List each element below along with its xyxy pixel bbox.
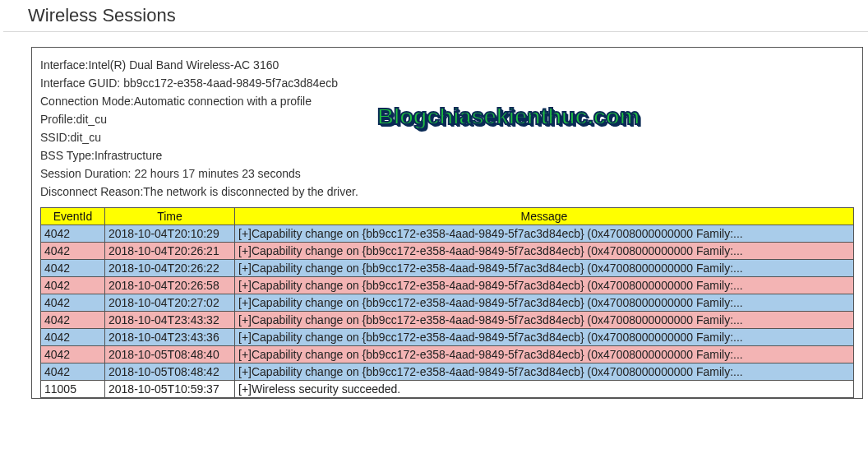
- guid-value: bb9cc172-e358-4aad-9849-5f7ac3d84ecb: [123, 76, 338, 90]
- disc-label: Disconnect Reason:: [40, 185, 143, 198]
- conn-mode-value: Automatic connection with a profile: [134, 95, 312, 108]
- cell-message: [+]Capability change on {bb9cc172-e358-4…: [235, 243, 854, 260]
- conn-mode-label: Connection Mode:: [40, 95, 134, 108]
- guid-label: Interface GUID:: [40, 76, 123, 90]
- cell-message: [+]Capability change on {bb9cc172-e358-4…: [235, 260, 854, 277]
- meta-ssid: SSID:dit_cu: [40, 128, 854, 146]
- table-row[interactable]: 40422018-10-04T23:43:32[+]Capability cha…: [41, 312, 854, 329]
- col-message[interactable]: Message: [235, 208, 854, 225]
- table-row[interactable]: 40422018-10-04T20:27:02[+]Capability cha…: [41, 294, 854, 312]
- table-row[interactable]: 40422018-10-05T08:48:40[+]Capability cha…: [41, 346, 854, 363]
- cell-eventid: 4042: [41, 243, 105, 260]
- cell-message: [+]Capability change on {bb9cc172-e358-4…: [235, 312, 854, 329]
- cell-time: 2018-10-05T10:59:37: [105, 381, 235, 398]
- cell-eventid: 4042: [41, 329, 105, 346]
- table-row[interactable]: 40422018-10-04T20:26:21[+]Capability cha…: [41, 243, 854, 260]
- duration-value: 22 hours 17 minutes 23 seconds: [134, 167, 300, 180]
- ssid-value: dit_cu: [71, 131, 101, 144]
- cell-time: 2018-10-04T20:10:29: [105, 225, 235, 243]
- cell-message: [+]Capability change on {bb9cc172-e358-4…: [235, 346, 854, 363]
- cell-eventid: 4042: [41, 225, 105, 243]
- duration-label: Session Duration:: [40, 167, 134, 180]
- cell-message: [+]Wireless security succeeded.: [235, 381, 854, 398]
- session-panel: Blogchiasekienthuc.com Interface:Intel(R…: [31, 47, 863, 399]
- cell-time: 2018-10-04T23:43:32: [105, 312, 235, 329]
- bss-value: Infrastructure: [95, 149, 162, 162]
- col-eventid[interactable]: EventId: [41, 208, 105, 225]
- cell-time: 2018-10-04T20:26:21: [105, 243, 235, 260]
- meta-interface: Interface:Intel(R) Dual Band Wireless-AC…: [40, 56, 854, 74]
- ssid-label: SSID:: [40, 131, 71, 144]
- interface-value: Intel(R) Dual Band Wireless-AC 3160: [88, 58, 279, 72]
- table-row[interactable]: 110052018-10-05T10:59:37[+]Wireless secu…: [41, 381, 854, 398]
- cell-time: 2018-10-04T20:26:22: [105, 260, 235, 277]
- page-title: Wireless Sessions: [3, 0, 868, 32]
- bss-label: BSS Type:: [40, 149, 95, 162]
- col-time[interactable]: Time: [105, 208, 235, 225]
- cell-time: 2018-10-04T23:43:36: [105, 329, 235, 346]
- cell-message: [+]Capability change on {bb9cc172-e358-4…: [235, 363, 854, 381]
- disc-value: The network is disconnected by the drive…: [143, 185, 358, 198]
- meta-profile: Profile:dit_cu: [40, 110, 854, 128]
- table-row[interactable]: 40422018-10-04T20:10:29[+]Capability cha…: [41, 225, 854, 243]
- cell-eventid: 4042: [41, 277, 105, 294]
- cell-eventid: 4042: [41, 346, 105, 363]
- cell-time: 2018-10-04T20:26:58: [105, 277, 235, 294]
- cell-eventid: 4042: [41, 294, 105, 312]
- cell-eventid: 4042: [41, 363, 105, 381]
- table-row[interactable]: 40422018-10-05T08:48:42[+]Capability cha…: [41, 363, 854, 381]
- cell-time: 2018-10-04T20:27:02: [105, 294, 235, 312]
- meta-connection-mode: Connection Mode:Automatic connection wit…: [40, 92, 854, 110]
- events-table: EventId Time Message 40422018-10-04T20:1…: [40, 207, 854, 398]
- cell-message: [+]Capability change on {bb9cc172-e358-4…: [235, 277, 854, 294]
- table-row[interactable]: 40422018-10-04T23:43:36[+]Capability cha…: [41, 329, 854, 346]
- cell-time: 2018-10-05T08:48:42: [105, 363, 235, 381]
- profile-value: dit_cu: [76, 113, 107, 126]
- cell-eventid: 11005: [41, 381, 105, 398]
- table-header-row: EventId Time Message: [41, 208, 854, 225]
- table-row[interactable]: 40422018-10-04T20:26:58[+]Capability cha…: [41, 277, 854, 294]
- meta-bss-type: BSS Type:Infrastructure: [40, 146, 854, 164]
- meta-session-duration: Session Duration: 22 hours 17 minutes 23…: [40, 164, 854, 183]
- cell-time: 2018-10-05T08:48:40: [105, 346, 235, 363]
- interface-label: Interface:: [40, 58, 88, 72]
- page: Wireless Sessions Blogchiasekienthuc.com…: [0, 0, 868, 399]
- table-row[interactable]: 40422018-10-04T20:26:22[+]Capability cha…: [41, 260, 854, 277]
- meta-disconnect-reason: Disconnect Reason:The network is disconn…: [40, 183, 854, 201]
- meta-guid: Interface GUID: bb9cc172-e358-4aad-9849-…: [40, 74, 854, 92]
- profile-label: Profile:: [40, 113, 76, 126]
- cell-message: [+]Capability change on {bb9cc172-e358-4…: [235, 225, 854, 243]
- cell-eventid: 4042: [41, 312, 105, 329]
- cell-message: [+]Capability change on {bb9cc172-e358-4…: [235, 329, 854, 346]
- cell-message: [+]Capability change on {bb9cc172-e358-4…: [235, 294, 854, 312]
- cell-eventid: 4042: [41, 260, 105, 277]
